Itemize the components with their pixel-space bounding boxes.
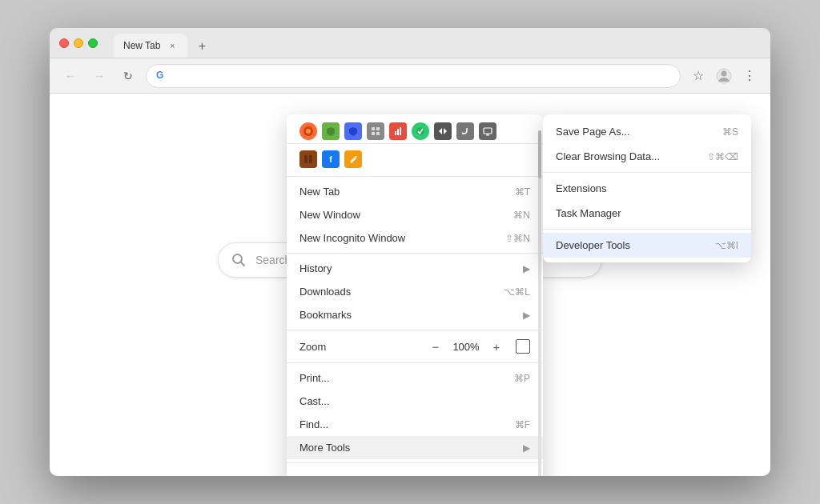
edit-actions: Cut Copy Paste bbox=[396, 472, 530, 476]
menu-button[interactable]: ⋮ bbox=[738, 65, 761, 87]
new-tab-label: New Tab bbox=[299, 186, 515, 198]
ext-grid-icon[interactable] bbox=[367, 122, 384, 140]
menu-scrollbar[interactable] bbox=[538, 130, 541, 476]
history-label: History bbox=[299, 262, 517, 274]
find-label: Find... bbox=[299, 418, 515, 430]
zoom-in-button[interactable]: + bbox=[488, 340, 504, 354]
submenu-task-manager[interactable]: Task Manager bbox=[543, 201, 751, 226]
print-label: Print... bbox=[299, 372, 514, 384]
fullscreen-button[interactable] bbox=[516, 339, 530, 354]
new-window-shortcut: ⌘N bbox=[513, 210, 530, 221]
ext-reply-icon[interactable] bbox=[456, 122, 474, 140]
new-window-label: New Window bbox=[299, 209, 513, 221]
active-tab[interactable]: New Tab × bbox=[114, 34, 187, 58]
downloads-shortcut: ⌥⌘L bbox=[504, 286, 530, 298]
minimize-button[interactable] bbox=[74, 38, 83, 48]
svg-point-1 bbox=[722, 70, 727, 76]
ext-book-icon[interactable] bbox=[299, 150, 317, 168]
tab-bar: New Tab × + bbox=[114, 28, 761, 58]
menu-item-cast[interactable]: Cast... bbox=[287, 390, 543, 413]
ext-edit-icon[interactable] bbox=[344, 150, 362, 168]
avatar-button[interactable] bbox=[713, 65, 735, 87]
ext-proton-icon[interactable] bbox=[299, 122, 317, 140]
svg-line-3 bbox=[241, 262, 245, 266]
bookmarks-label: Bookmarks bbox=[299, 309, 517, 321]
svg-rect-9 bbox=[376, 132, 380, 135]
history-arrow: ▶ bbox=[523, 263, 530, 274]
submenu-extensions[interactable]: Extensions bbox=[543, 176, 751, 201]
svg-point-5 bbox=[306, 129, 311, 134]
new-incognito-label: New Incognito Window bbox=[299, 232, 505, 244]
ext-check-icon[interactable] bbox=[412, 122, 429, 140]
svg-rect-11 bbox=[397, 129, 399, 135]
svg-rect-12 bbox=[400, 127, 401, 135]
downloads-label: Downloads bbox=[299, 286, 504, 298]
sep2 bbox=[287, 330, 543, 330]
zoom-label: Zoom bbox=[299, 341, 428, 353]
forward-button[interactable]: → bbox=[88, 65, 111, 87]
ext-monitor-icon[interactable] bbox=[479, 122, 496, 140]
back-button[interactable]: ← bbox=[59, 65, 82, 87]
menu-item-downloads[interactable]: Downloads ⌥⌘L bbox=[287, 280, 543, 303]
copy-button[interactable]: Copy bbox=[434, 472, 480, 476]
menu-item-more-tools[interactable]: More Tools ▶ bbox=[287, 436, 543, 459]
clear-browsing-shortcut: ⇧⌘⌫ bbox=[707, 151, 738, 162]
zoom-value: 100% bbox=[452, 341, 480, 353]
reload-button[interactable]: ↻ bbox=[117, 65, 139, 87]
sep4 bbox=[287, 462, 543, 463]
tab-close-button[interactable]: × bbox=[167, 40, 178, 51]
svg-rect-8 bbox=[372, 132, 375, 135]
sep-after-extensions bbox=[287, 176, 543, 177]
submenu-developer-tools[interactable]: Developer Tools ⌥⌘I bbox=[543, 233, 751, 258]
maximize-button[interactable] bbox=[88, 38, 98, 48]
paste-button[interactable]: Paste bbox=[481, 472, 530, 476]
menu-scrollbar-thumb bbox=[538, 130, 541, 178]
cast-label: Cast... bbox=[299, 395, 530, 407]
ext-facebook-icon[interactable]: f bbox=[322, 150, 340, 168]
zoom-row[interactable]: Zoom − 100% + bbox=[287, 334, 543, 359]
zoom-controls: − 100% + bbox=[428, 339, 530, 354]
svg-marker-14 bbox=[439, 128, 442, 134]
svg-rect-7 bbox=[376, 127, 380, 130]
menu-item-new-tab[interactable]: New Tab ⌘T bbox=[287, 180, 543, 203]
cut-button[interactable]: Cut bbox=[396, 472, 434, 476]
zoom-out-button[interactable]: − bbox=[428, 340, 444, 354]
developer-tools-shortcut: ⌥⌘I bbox=[715, 240, 738, 251]
submenu-sep1 bbox=[543, 172, 751, 173]
new-incognito-shortcut: ⇧⌘N bbox=[505, 233, 530, 244]
menu-item-new-incognito[interactable]: New Incognito Window ⇧⌘N bbox=[287, 226, 543, 250]
ext-stats-icon[interactable] bbox=[389, 122, 407, 140]
sep3 bbox=[287, 362, 543, 363]
menu-item-print[interactable]: Print... ⌘P bbox=[287, 366, 543, 390]
svg-rect-17 bbox=[484, 128, 492, 134]
submenu-clear-browsing[interactable]: Clear Browsing Data... ⇧⌘⌫ bbox=[543, 144, 751, 169]
menu-item-bookmarks[interactable]: Bookmarks ▶ bbox=[287, 303, 543, 326]
submenu-save-page[interactable]: Save Page As... ⌘S bbox=[543, 119, 751, 144]
menu-item-history[interactable]: History ▶ bbox=[287, 257, 543, 280]
save-page-label: Save Page As... bbox=[556, 126, 722, 138]
find-shortcut: ⌘F bbox=[515, 419, 530, 430]
ext-adguard-icon[interactable] bbox=[322, 122, 340, 140]
sep1 bbox=[287, 253, 543, 254]
address-input[interactable] bbox=[174, 70, 670, 82]
svg-rect-10 bbox=[395, 131, 396, 135]
bookmark-star-button[interactable]: ☆ bbox=[687, 65, 709, 87]
close-button[interactable] bbox=[59, 38, 69, 48]
extensions-label: Extensions bbox=[556, 182, 738, 194]
browser-window: New Tab × + ← → ↻ G ☆ bbox=[50, 28, 770, 476]
new-tab-button[interactable]: + bbox=[191, 35, 213, 58]
bookmarks-arrow: ▶ bbox=[523, 310, 530, 321]
search-icon bbox=[231, 253, 246, 267]
address-bar: G bbox=[146, 64, 681, 88]
ext-adguard2-icon[interactable] bbox=[344, 122, 362, 140]
task-manager-label: Task Manager bbox=[556, 207, 738, 219]
developer-tools-label: Developer Tools bbox=[556, 239, 715, 251]
google-favicon: G bbox=[156, 70, 169, 82]
new-tab-shortcut: ⌘T bbox=[515, 186, 530, 198]
svg-rect-6 bbox=[372, 127, 375, 130]
submenu-sep2 bbox=[543, 229, 751, 230]
menu-item-new-window[interactable]: New Window ⌘N bbox=[287, 203, 543, 226]
ext-media-icon[interactable] bbox=[434, 122, 452, 140]
edit-label: Edit bbox=[299, 474, 340, 476]
menu-item-find[interactable]: Find... ⌘F bbox=[287, 413, 543, 436]
